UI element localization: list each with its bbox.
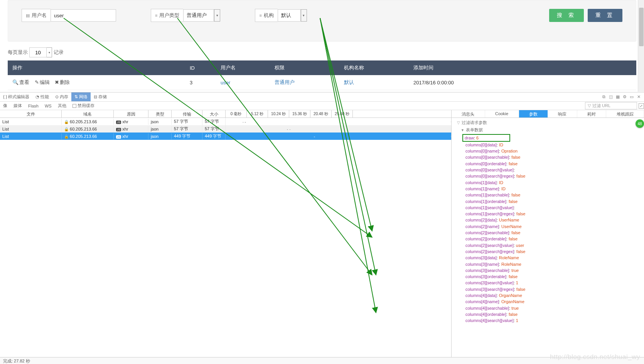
param-line: columns[1][orderable]: false (457, 198, 644, 205)
pagesize-suffix: 记录 (54, 49, 64, 56)
param-line: columns[3][data]: RoleName (457, 255, 644, 261)
tab-response[interactable]: 响应 (548, 110, 577, 117)
tab-params[interactable]: 参数 (519, 110, 548, 117)
mem-icon: ⊙ (55, 94, 59, 99)
param-line: columns[0][name]: Opration (457, 148, 644, 154)
username-label-text: 用户名 (32, 12, 47, 19)
network-row[interactable]: List🔒 60.205.213.66JSxhrjson449 字节449 字节… (0, 133, 451, 140)
filter-other[interactable]: 其他 (55, 102, 69, 110)
usertype-select[interactable]: 普通用户 (183, 9, 214, 22)
tab-timing[interactable]: 耗时 (577, 110, 607, 117)
nh-size[interactable]: 大小 (202, 110, 226, 117)
filter-media[interactable]: 媒体 (10, 102, 25, 110)
filter-image[interactable]: 像 (0, 102, 10, 110)
nh-type[interactable]: 类型 (148, 110, 172, 117)
expand-icon[interactable]: ⤢ (639, 103, 644, 109)
store-icon: ⊟ (94, 94, 97, 99)
view-button[interactable]: 🔍查看 (12, 79, 29, 85)
table-row: 🔍查看 ✎编辑 ✖删除 3 user 普通用户 默认 2017/8/16 0:0… (8, 75, 636, 90)
nh-file[interactable]: 文件 (0, 110, 62, 117)
tab-stack[interactable]: 堆栈跟踪 (606, 110, 644, 117)
caret-down-icon[interactable]: ▾ (214, 9, 220, 22)
col-addtime[interactable]: 添加时间 (409, 60, 636, 75)
tab-performance[interactable]: ◔性能 (32, 92, 52, 101)
param-line: columns[0][data]: ID (457, 142, 644, 148)
edit-icon: ✎ (35, 79, 39, 85)
col-username[interactable]: 用户名 (216, 60, 270, 75)
nh-t4: 20.48 秒 (310, 110, 332, 117)
reset-button[interactable]: 重 置 (588, 9, 622, 22)
username-input[interactable] (51, 9, 116, 22)
col-ops[interactable]: 操作 (8, 60, 185, 75)
devtools-panel: { } 样式编辑器 ◔性能 ⊙内存 ⇅网络 ⊟存储 ⧉ ◫ ▦ ⚙ ▭ ✕ 像 … (0, 92, 644, 364)
tab-network[interactable]: ⇅网络 (71, 92, 91, 101)
col-role[interactable]: 权限 (270, 60, 339, 75)
tab-cookie[interactable]: Cookie (485, 110, 519, 117)
window-icon[interactable]: ▭ (629, 94, 635, 99)
nh-cause[interactable]: 原因 (114, 110, 148, 117)
nh-t5: 25.60 秒 (332, 110, 353, 117)
org-label: ≡ 机构 (255, 9, 277, 22)
tab-style-editor[interactable]: { } 样式编辑器 (0, 92, 32, 101)
network-row[interactable]: List🔒 60.205.213.66JSxhrjson57 字节57 字节→ … (0, 125, 451, 133)
filter-url-input[interactable]: ▽过滤 URL (585, 102, 637, 109)
cell-id: 3 (185, 75, 216, 90)
caret-down-icon[interactable]: ▾ (47, 47, 52, 57)
filter-ws[interactable]: WS (42, 102, 55, 109)
list-icon: ≡ (155, 13, 157, 18)
org-label-text: 机构 (264, 12, 274, 19)
param-line: columns[3][orderable]: false (457, 273, 644, 280)
param-line: columns[0][search][value]: (457, 167, 644, 173)
close-icon[interactable]: ✕ (636, 94, 642, 99)
param-line: columns[3][search][regex]: false (457, 286, 644, 292)
vertical-scrollbar[interactable] (638, 0, 644, 92)
dock-icon[interactable]: ⧉ (601, 94, 607, 99)
form-data-header[interactable]: ▼表单数据 (457, 127, 644, 133)
param-line: columns[2][name]: UserName (457, 223, 644, 230)
nh-t2: 10.24 秒 (268, 110, 289, 117)
settings-icon[interactable]: ⚙ (622, 94, 628, 99)
disable-cache-checkbox[interactable]: 禁用缓存 (69, 102, 98, 110)
network-list: 文件 域名 原因 类型 传输 大小 0 毫秒 5.12 秒 10.24 秒 15… (0, 110, 451, 364)
net-icon: ⇅ (74, 94, 78, 99)
filter-flash[interactable]: Flash (25, 102, 42, 109)
cell-username: user (216, 75, 270, 90)
checkbox-icon (72, 104, 76, 108)
funnel-icon: ▽ (588, 103, 591, 108)
tab-headers[interactable]: 消息头 (452, 110, 485, 117)
param-line: columns[1][searchable]: false (457, 192, 644, 198)
param-line: columns[4][data]: OrganName (457, 292, 644, 299)
grid-icon[interactable]: ▦ (615, 94, 621, 99)
col-id[interactable]: ID (185, 60, 216, 75)
nh-trans[interactable]: 传输 (172, 110, 202, 117)
org-select[interactable]: 默认 (278, 9, 301, 22)
notification-badge[interactable]: 48 (636, 119, 644, 128)
devtools-toolbar-icons: ⧉ ◫ ▦ ⚙ ▭ ✕ (598, 94, 644, 99)
pagesize-select[interactable] (29, 47, 47, 57)
request-detail: 消息头 Cookie 参数 响应 耗时 堆栈跟踪 ▽过滤请求参数 ▼表单数据 d… (451, 110, 644, 364)
tab-storage[interactable]: ⊟存储 (91, 92, 110, 101)
search-button[interactable]: 搜 索 (549, 9, 584, 22)
param-line: columns[4][name]: OrganName (457, 299, 644, 305)
caret-down-icon[interactable]: ▾ (301, 9, 307, 22)
param-line: columns[2][data]: UserName (457, 217, 644, 223)
id-card-icon: ▤ (26, 13, 30, 18)
network-row[interactable]: List🔒 60.205.213.66JSxhrjson57 字节57 字节→ … (0, 118, 451, 125)
devtools-tabs: { } 样式编辑器 ◔性能 ⊙内存 ⇅网络 ⊟存储 ⧉ ◫ ▦ ⚙ ▭ ✕ (0, 92, 644, 102)
col-org[interactable]: 机构名称 (339, 60, 409, 75)
cell-addtime: 2017/8/16 0:00:00 (409, 75, 636, 90)
tab-memory[interactable]: ⊙内存 (52, 92, 71, 101)
edit-button[interactable]: ✎编辑 (35, 79, 50, 85)
split-icon[interactable]: ◫ (608, 94, 614, 99)
param-line: columns[4][searchable]: true (457, 305, 644, 311)
nh-t0: 0 毫秒 (226, 110, 247, 117)
nh-domain[interactable]: 域名 (62, 110, 114, 117)
perf-icon: ◔ (35, 94, 39, 99)
search-icon: 🔍 (12, 79, 19, 85)
param-line: columns[0][search][regex]: false (457, 173, 644, 179)
filter-request-params[interactable]: ▽过滤请求参数 (457, 119, 644, 126)
param-line: columns[3][search][value]: 1 (457, 280, 644, 286)
param-line: columns[3][searchable]: true (457, 267, 644, 273)
delete-button[interactable]: ✖删除 (55, 79, 70, 85)
param-line: columns[1][name]: ID (457, 186, 644, 192)
